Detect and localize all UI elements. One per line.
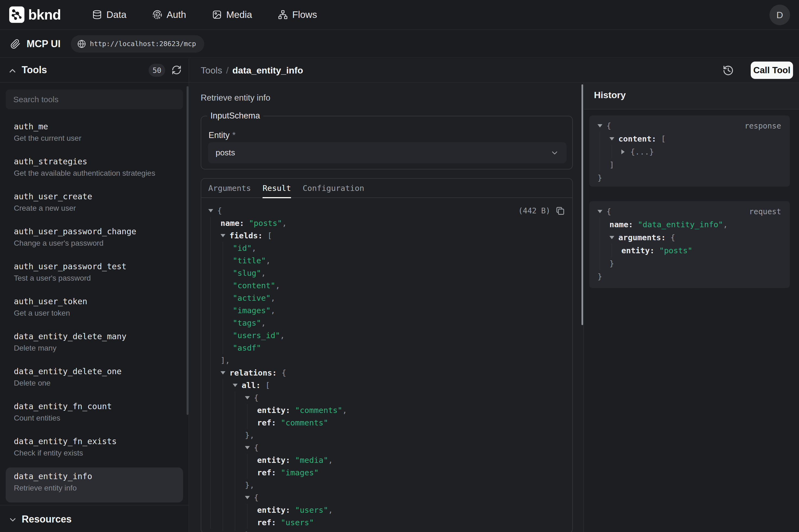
tool-description: Get the available authentication strateg… (14, 169, 183, 177)
indent-guide (600, 132, 600, 171)
tool-list-item-auth_me[interactable]: auth_meGet the current user (6, 118, 183, 153)
collapse-triangle-icon[interactable] (597, 210, 606, 213)
resources-section-header[interactable]: Resources (0, 508, 189, 530)
copy-icon[interactable] (555, 206, 565, 216)
collapse-triangle-icon[interactable] (208, 209, 217, 212)
tool-description: Delete one (14, 379, 183, 387)
tool-name: data_entity_delete_one (14, 367, 183, 376)
tool-list-item-data_entity_fn_count[interactable]: data_entity_fn_countCount entities (6, 398, 183, 433)
collapse-triangle-icon[interactable] (233, 384, 242, 387)
call-tool-button[interactable]: Call Tool (751, 61, 793, 79)
collapse-triangle-icon[interactable] (245, 446, 254, 449)
tool-list-item-auth_user_create[interactable]: auth_user_createCreate a new user (6, 188, 183, 223)
tabs-bar: ArgumentsResultConfiguration (201, 179, 572, 198)
tool-list-item-data_entity_fn_exists[interactable]: data_entity_fn_existsCheck if entity exi… (6, 433, 183, 468)
json-line: entity: "users", (257, 504, 333, 516)
breadcrumb-separator: / (226, 65, 228, 76)
chevron-up-icon[interactable] (7, 66, 17, 76)
tool-list-item-data_entity_delete_many[interactable]: data_entity_delete_manyDelete many (6, 327, 183, 363)
json-line: ref: "comments" (257, 417, 328, 429)
brand-name: bknd (28, 6, 61, 23)
collapse-triangle-icon[interactable] (221, 234, 229, 237)
tool-description: Create a new user (14, 204, 183, 213)
history-entry-response[interactable]: response{content: [{...}]} (589, 115, 790, 187)
history-entry-tag: request (749, 205, 781, 218)
tool-description: Count entities (14, 414, 183, 422)
nav-item-flows[interactable]: Flows (278, 9, 317, 20)
avatar-initial: D (777, 10, 783, 20)
tool-name: auth_user_password_test (14, 262, 183, 271)
history-title: History (594, 90, 626, 100)
result-card: ArgumentsResultConfiguration (442 B) {na… (201, 178, 573, 532)
collapse-triangle-icon[interactable] (245, 396, 254, 399)
brand-logo[interactable]: bknd (9, 6, 61, 23)
history-header: History (584, 83, 799, 110)
tool-list-item-auth_strategies[interactable]: auth_strategiesGet the available authent… (6, 153, 183, 188)
tool-list: auth_meGet the current userauth_strategi… (6, 118, 183, 502)
json-line: content: [ (609, 132, 666, 145)
server-url-pill[interactable]: http://localhost:28623/mcp (71, 35, 204, 53)
collapse-triangle-icon[interactable] (221, 371, 229, 375)
indent-guide (247, 404, 247, 429)
user-avatar[interactable]: D (769, 5, 790, 25)
collapse-triangle-icon[interactable] (609, 137, 619, 140)
json-line: "active", (233, 292, 275, 304)
tool-description: Get the current user (14, 134, 183, 142)
nav-item-auth[interactable]: Auth (152, 9, 186, 20)
json-line: fields: [ (221, 229, 272, 242)
history-icon[interactable] (723, 65, 734, 76)
indent-guide (235, 392, 235, 531)
sidebar-divider (0, 505, 189, 506)
json-line: } (597, 270, 602, 283)
tab-arguments[interactable]: Arguments (208, 178, 251, 198)
tool-detail-panel: Retrieve entity info InputSchema Entity*… (189, 83, 583, 532)
breadcrumb-section[interactable]: Tools (201, 65, 222, 76)
tool-name: data_entity_fn_count (14, 402, 183, 411)
json-line: "images", (233, 304, 275, 317)
json-line: ref: "images" (257, 467, 319, 479)
refresh-icon[interactable] (171, 65, 182, 75)
json-line: ], (221, 354, 230, 366)
search-input[interactable] (6, 90, 183, 109)
tool-name: auth_user_create (14, 192, 183, 201)
collapse-triangle-icon[interactable] (597, 124, 606, 128)
json-line: arguments: { (609, 231, 675, 244)
mcp-ui-title: MCP UI (26, 38, 60, 50)
tab-configuration[interactable]: Configuration (303, 178, 364, 198)
json-line: "title", (233, 254, 271, 267)
tool-list-item-auth_user_token[interactable]: auth_user_tokenGet a user token (6, 292, 183, 327)
tool-list-item-auth_user_password_change[interactable]: auth_user_password_changeChange a user's… (6, 223, 183, 258)
tool-name: auth_user_password_change (14, 227, 183, 236)
main-scrollbar[interactable] (582, 84, 583, 325)
tool-list-item-data_entity_info[interactable]: data_entity_infoRetrieve entity info (6, 468, 183, 502)
result-size-label: (442 B) (518, 206, 550, 215)
tool-name: auth_me (14, 122, 183, 131)
json-line: relations: { (221, 366, 286, 379)
nav-item-media[interactable]: Media (212, 9, 252, 20)
indent-guide (247, 504, 247, 529)
nav-label: Media (226, 9, 252, 20)
json-line: { (208, 205, 222, 217)
tool-name: data_entity_fn_exists (14, 437, 183, 446)
entity-select[interactable]: posts (208, 142, 567, 163)
json-line: { (245, 392, 259, 404)
main-header: Tools / data_entity_info Call Tool (189, 58, 799, 82)
tab-result[interactable]: Result (263, 178, 291, 198)
breadcrumb-tool-name: data_entity_info (232, 65, 303, 76)
indent-guide (223, 379, 223, 531)
json-line: entity: "posts" (621, 244, 692, 257)
workflow-icon (278, 10, 288, 20)
tools-section-header: Tools 50 (0, 58, 189, 82)
collapse-triangle-icon[interactable] (245, 496, 254, 499)
json-line: { (245, 491, 259, 504)
json-line: { (597, 119, 611, 132)
expand-triangle-icon[interactable] (621, 149, 630, 154)
history-entry-request[interactable]: request{name: "data_entity_info",argumen… (589, 201, 790, 288)
sidebar-scrollbar[interactable] (187, 86, 189, 415)
chevron-down-icon (8, 515, 17, 525)
nav-item-data[interactable]: Data (92, 9, 127, 20)
collapse-triangle-icon[interactable] (609, 236, 619, 239)
tool-list-item-data_entity_delete_one[interactable]: data_entity_delete_oneDelete one (6, 363, 183, 398)
tool-list-item-auth_user_password_test[interactable]: auth_user_password_testTest a user's pas… (6, 258, 183, 292)
entity-field-label: Entity* (209, 130, 236, 140)
